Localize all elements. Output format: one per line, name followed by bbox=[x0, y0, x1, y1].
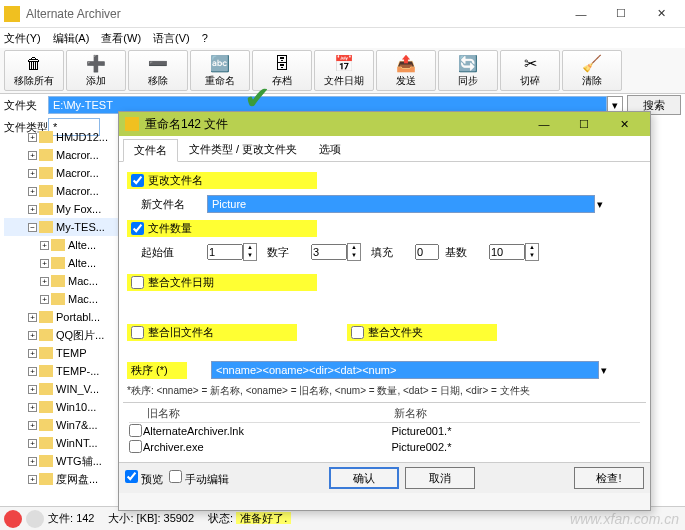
new-filename-dropdown[interactable]: ▾ bbox=[597, 198, 603, 211]
tree-label: Macror... bbox=[56, 185, 99, 197]
toolbar-label: 切碎 bbox=[520, 74, 540, 88]
toolbar-3[interactable]: 🔤重命名 bbox=[190, 50, 250, 91]
maximize-button[interactable]: ☐ bbox=[601, 0, 641, 28]
start-label: 起始值 bbox=[141, 245, 197, 260]
tree-label: TEMP bbox=[56, 347, 87, 359]
consolidate-folder-checkbox[interactable]: 整合文件夹 bbox=[347, 324, 497, 341]
expand-icon[interactable]: + bbox=[40, 277, 49, 286]
rename-preview-list: 旧名称 新名称 AlternateArchiver.lnk Picture001… bbox=[123, 402, 646, 462]
app-icon bbox=[4, 6, 20, 22]
fill-label: 填充 bbox=[371, 245, 405, 260]
expand-icon[interactable]: + bbox=[40, 241, 49, 250]
expand-icon[interactable]: + bbox=[28, 439, 37, 448]
order-dropdown[interactable]: ▾ bbox=[601, 364, 607, 377]
fill-input[interactable] bbox=[415, 244, 439, 260]
digit-label: 数字 bbox=[267, 245, 301, 260]
consolidate-date-checkbox[interactable]: 整合文件日期 bbox=[127, 274, 317, 291]
toolbar-label: 同步 bbox=[458, 74, 478, 88]
start-spinner[interactable]: ▲▼ bbox=[243, 243, 257, 261]
menu-view[interactable]: 查看(W) bbox=[101, 31, 141, 46]
expand-icon[interactable]: + bbox=[28, 133, 37, 142]
minimize-button[interactable]: — bbox=[561, 0, 601, 28]
table-row[interactable]: AlternateArchiver.lnk Picture001.* bbox=[129, 423, 640, 439]
menu-language[interactable]: 语言(V) bbox=[153, 31, 190, 46]
toolbar-7[interactable]: 🔄同步 bbox=[438, 50, 498, 91]
cancel-button[interactable]: 取消 bbox=[405, 467, 475, 489]
order-input[interactable] bbox=[211, 361, 599, 379]
stop-icon[interactable] bbox=[4, 510, 22, 528]
toolbar-icon: ➕ bbox=[84, 54, 108, 74]
tab-options[interactable]: 选项 bbox=[308, 138, 352, 161]
toolbar-8[interactable]: ✂切碎 bbox=[500, 50, 560, 91]
tree-label: 度网盘... bbox=[56, 472, 98, 487]
manual-edit-checkbox[interactable]: 手动编辑 bbox=[169, 470, 229, 487]
menu-edit[interactable]: 编辑(A) bbox=[53, 31, 90, 46]
digit-input[interactable] bbox=[311, 244, 347, 260]
toolbar-label: 重命名 bbox=[205, 74, 235, 88]
toolbar-2[interactable]: ➖移除 bbox=[128, 50, 188, 91]
toolbar-5[interactable]: 📅文件日期 bbox=[314, 50, 374, 91]
toolbar-icon: ➖ bbox=[146, 54, 170, 74]
digit-spinner[interactable]: ▲▼ bbox=[347, 243, 361, 261]
preview-checkbox[interactable]: 预览 bbox=[125, 470, 163, 487]
expand-icon[interactable]: − bbox=[28, 223, 37, 232]
toolbar-label: 清除 bbox=[582, 74, 602, 88]
toolbar-1[interactable]: ➕添加 bbox=[66, 50, 126, 91]
menu-help[interactable]: ? bbox=[202, 32, 208, 44]
folder-icon bbox=[39, 437, 53, 449]
expand-icon[interactable]: + bbox=[28, 187, 37, 196]
check-button[interactable]: 检查! bbox=[574, 467, 644, 489]
expand-icon[interactable]: + bbox=[28, 385, 37, 394]
consolidate-old-checkbox[interactable]: 整合旧文件名 bbox=[127, 324, 297, 341]
expand-icon[interactable]: + bbox=[28, 169, 37, 178]
dialog-minimize[interactable]: — bbox=[524, 112, 564, 136]
expand-icon[interactable]: + bbox=[28, 331, 37, 340]
toolbar-4[interactable]: 🗄存档 bbox=[252, 50, 312, 91]
toolbar-0[interactable]: 🗑移除所有 bbox=[4, 50, 64, 91]
ok-button[interactable]: 确认 bbox=[329, 467, 399, 489]
toolbar-icon: 🗄 bbox=[270, 54, 294, 74]
expand-icon[interactable]: + bbox=[28, 313, 37, 322]
change-filename-checkbox[interactable]: 更改文件名 bbox=[127, 172, 317, 189]
base-spinner[interactable]: ▲▼ bbox=[525, 243, 539, 261]
file-count-checkbox[interactable]: 文件数量 bbox=[127, 220, 317, 237]
expand-icon[interactable]: + bbox=[28, 457, 37, 466]
new-filename-input[interactable] bbox=[207, 195, 595, 213]
expand-icon[interactable]: + bbox=[28, 421, 37, 430]
expand-icon[interactable]: + bbox=[28, 205, 37, 214]
row-checkbox[interactable] bbox=[129, 424, 142, 437]
expand-icon[interactable]: + bbox=[28, 349, 37, 358]
col-new[interactable]: 新名称 bbox=[394, 406, 641, 421]
toolbar-6[interactable]: 📤发送 bbox=[376, 50, 436, 91]
toolbar-label: 移除所有 bbox=[14, 74, 54, 88]
expand-icon[interactable]: + bbox=[28, 151, 37, 160]
folder-icon bbox=[51, 239, 65, 251]
expand-icon[interactable]: + bbox=[28, 403, 37, 412]
order-label: 秩序 (*) bbox=[127, 362, 187, 379]
table-row[interactable]: Archiver.exe Picture002.* bbox=[129, 439, 640, 455]
expand-icon[interactable]: + bbox=[40, 295, 49, 304]
start-input[interactable] bbox=[207, 244, 243, 260]
dialog-title: 重命名142 文件 bbox=[145, 116, 524, 133]
toolbar-9[interactable]: 🧹清除 bbox=[562, 50, 622, 91]
tab-filename[interactable]: 文件名 bbox=[123, 139, 178, 162]
tab-filetype[interactable]: 文件类型 / 更改文件夹 bbox=[178, 138, 308, 161]
pause-icon[interactable] bbox=[26, 510, 44, 528]
folder-icon bbox=[39, 347, 53, 359]
col-old[interactable]: 旧名称 bbox=[147, 406, 394, 421]
row-checkbox[interactable] bbox=[129, 440, 142, 453]
close-button[interactable]: ✕ bbox=[641, 0, 681, 28]
dialog-icon bbox=[125, 117, 139, 131]
dialog-panel: 更改文件名 新文件名 ▾ 文件数量 起始值 ▲▼ 数字 ▲▼ 填充 基数 ▲▼ … bbox=[119, 162, 650, 462]
menu-file[interactable]: 文件(Y) bbox=[4, 31, 41, 46]
status-state-label: 状态: bbox=[208, 512, 233, 524]
expand-icon[interactable]: + bbox=[40, 259, 49, 268]
expand-icon[interactable]: + bbox=[28, 367, 37, 376]
dialog-close[interactable]: ✕ bbox=[604, 112, 644, 136]
status-file-value: 142 bbox=[76, 512, 94, 524]
base-input[interactable] bbox=[489, 244, 525, 260]
order-note: *秩序: <nname> = 新名称, <oname> = 旧名称, <num>… bbox=[127, 382, 642, 402]
folder-icon bbox=[39, 167, 53, 179]
dialog-maximize[interactable]: ☐ bbox=[564, 112, 604, 136]
expand-icon[interactable]: + bbox=[28, 475, 37, 484]
